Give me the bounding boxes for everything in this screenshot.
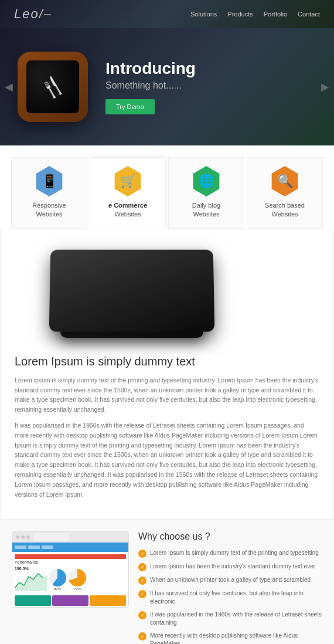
try-demo-button[interactable]: Try Demo <box>105 99 155 114</box>
ss-label: Performance <box>15 560 126 564</box>
why-item-text-5: It was popularised in the 1960s with the… <box>150 611 322 627</box>
ss-content: Performance 190.5% 60% <box>12 552 128 608</box>
ss-pie2-label: 70% <box>69 587 86 591</box>
why-content: Why choose us ? ✓ Lorem Ipsum is simply … <box>138 531 322 644</box>
tab-responsive[interactable]: 📱 Responsive Websites <box>11 157 87 229</box>
why-item-text-6: More recently with desktop publishing so… <box>150 632 322 644</box>
dashboard-screenshot: Performance 190.5% 60% <box>12 531 129 608</box>
hero-text: Introducing Something hot...... Try Demo <box>105 59 196 114</box>
ss-pie1 <box>49 569 66 587</box>
header: Leo/– Solutions Products Portfolio Conta… <box>0 0 334 28</box>
why-item-3: ✓ When an unknown printer took a galley … <box>138 576 322 585</box>
ss-bar3 <box>90 595 126 606</box>
ss-dot2 <box>21 535 25 539</box>
blog-icon: 🌐 <box>191 166 221 196</box>
ss-graph-area: 190.5% 60% 70% <box>15 567 126 593</box>
tablet-front <box>49 250 215 332</box>
check-icon-6: ✓ <box>138 632 146 640</box>
ss-pie2 <box>69 569 86 587</box>
ss-pie1-label: 60% <box>49 587 66 591</box>
nav-contact[interactable]: Contact <box>298 11 320 18</box>
ss-pies: 60% 70% <box>49 567 86 593</box>
search-icon: 🔍 <box>270 166 300 196</box>
why-item-1: ✓ Lorem Ipsum is simply dummy text of th… <box>138 549 322 558</box>
ss-dot1 <box>16 535 19 539</box>
check-icon-5: ✓ <box>138 611 146 619</box>
why-item-text-2: Lorem Ipsum has been the industry's stan… <box>150 562 315 571</box>
ss-chart-area: 190.5% <box>15 567 47 593</box>
features-section: 📱 Responsive Websites 🛒 e Commerce Websi… <box>0 145 334 229</box>
showcase-body1: Lorem ipsum is simply dummy text of the … <box>15 375 319 415</box>
fork-icon: 🍴 <box>37 72 69 103</box>
hero-next-arrow[interactable]: ▶ <box>321 80 329 93</box>
tab-ecommerce[interactable]: 🛒 e Commerce Websites <box>90 157 166 229</box>
why-item-2: ✓ Lorem Ipsum has been the industry's st… <box>138 562 322 571</box>
hero-prev-arrow[interactable]: ◀ <box>5 80 13 93</box>
hero-title: Introducing <box>105 59 196 78</box>
why-item-text-4: It has survived not only five centuries,… <box>150 589 322 606</box>
ss-nav-item <box>28 545 40 549</box>
ss-dot3 <box>26 535 30 539</box>
nav-products[interactable]: Products <box>227 11 253 18</box>
hero-app-icon: 🍴 <box>18 52 88 122</box>
search-label: Search based Websites <box>253 201 316 219</box>
ecommerce-label: e Commerce Websites <box>96 201 159 219</box>
why-item-text-3: When an unknown printer took a galley of… <box>150 576 311 584</box>
hero-subtitle: Something hot...... <box>105 80 196 91</box>
ss-url-bar <box>34 533 69 541</box>
ss-nav-item <box>42 545 53 549</box>
why-item-text-1: Lorem Ipsum is simply dummy text of the … <box>150 549 319 557</box>
ss-red-bar <box>15 554 126 559</box>
ss-header <box>12 532 128 543</box>
tablet-image <box>15 249 319 343</box>
tab-blog[interactable]: 🌐 Daily blog Websites <box>168 157 244 229</box>
navigation: Solutions Products Portfolio Contact <box>190 11 320 18</box>
why-screenshot: Performance 190.5% 60% <box>12 531 129 644</box>
logo: Leo/– <box>14 6 52 22</box>
nav-solutions[interactable]: Solutions <box>190 11 217 18</box>
nav-portfolio[interactable]: Portfolio <box>264 11 287 18</box>
check-icon-2: ✓ <box>138 563 146 571</box>
ss-bottom-bars <box>15 595 126 606</box>
hero-icon-inner: 🍴 <box>26 60 79 113</box>
ss-pie-container2: 70% <box>69 569 86 591</box>
hero-section: ◀ 🍴 Introducing Something hot...... Try … <box>0 28 334 145</box>
ss-nav-bar <box>12 543 128 552</box>
blog-label: Daily blog Websites <box>175 201 238 219</box>
ss-number: 190.5% <box>15 567 47 571</box>
responsive-icon: 📱 <box>34 166 64 196</box>
check-icon-3: ✓ <box>138 577 146 585</box>
ss-nav-item <box>15 545 26 549</box>
tab-search[interactable]: 🔍 Search based Websites <box>247 157 323 229</box>
why-items-list: ✓ Lorem Ipsum is simply dummy text of th… <box>138 549 322 644</box>
ss-chart-svg <box>15 571 47 591</box>
why-item-5: ✓ It was popularised in the 1960s with t… <box>138 611 322 627</box>
ss-bar1 <box>15 595 51 606</box>
features-tabs: 📱 Responsive Websites 🛒 e Commerce Websi… <box>0 157 334 229</box>
why-item-4: ✓ It has survived not only five centurie… <box>138 589 322 606</box>
why-section: Performance 190.5% 60% <box>0 520 334 644</box>
why-item-6: ✓ More recently with desktop publishing … <box>138 632 322 644</box>
check-icon-4: ✓ <box>138 590 146 598</box>
ecommerce-icon: 🛒 <box>113 166 143 196</box>
showcase-title: Lorem Ipsum is simply dummy text <box>15 355 319 368</box>
ss-nav-items <box>15 545 53 549</box>
check-icon-1: ✓ <box>138 550 146 558</box>
ss-pie-container1: 60% <box>49 569 66 591</box>
responsive-label: Responsive Websites <box>18 201 81 219</box>
showcase-section: Lorem Ipsum is simply dummy text Lorem i… <box>0 229 334 520</box>
showcase-body2: It was popularised in the 1960s with the… <box>15 421 319 499</box>
ss-bar2 <box>52 595 88 606</box>
why-title: Why choose us ? <box>138 531 322 542</box>
